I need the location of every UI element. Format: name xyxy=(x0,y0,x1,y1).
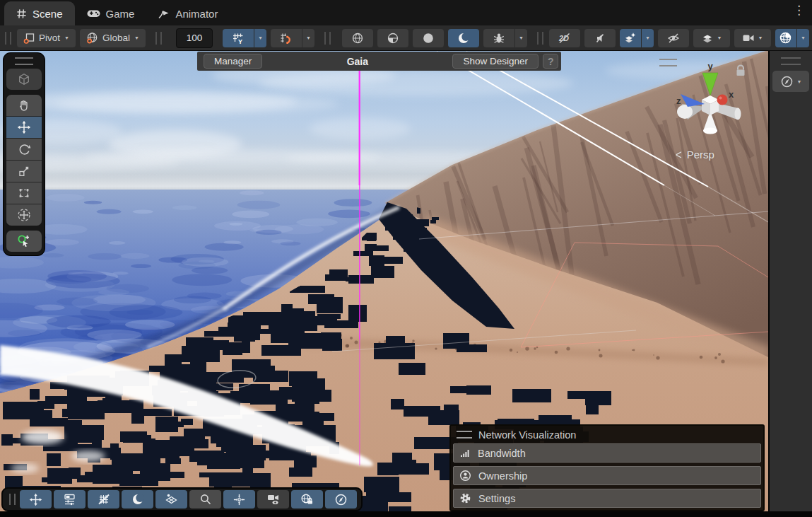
grid-visibility-button[interactable]: Y xyxy=(223,29,254,47)
gizmos-dropdown[interactable]: ▼ xyxy=(797,29,809,47)
bt-move-button[interactable] xyxy=(20,490,52,509)
y-axis-cone[interactable] xyxy=(702,73,718,95)
rect-tool-button[interactable] xyxy=(6,182,42,204)
toolbar-drag-handle[interactable] xyxy=(5,32,11,45)
chevron-down-icon: ▼ xyxy=(306,35,311,40)
grid-slash-icon xyxy=(98,493,110,506)
help-button[interactable]: ? xyxy=(543,54,558,69)
chevron-down-icon: ▼ xyxy=(645,35,650,40)
axis-cone-cap xyxy=(677,105,693,119)
gizmo-sphere-icon xyxy=(779,31,792,45)
bt-panel-button[interactable] xyxy=(54,490,86,509)
rotate-icon xyxy=(18,143,31,156)
effects-button[interactable] xyxy=(620,29,641,47)
grid-visibility-dropdown[interactable]: ▼ xyxy=(254,29,266,47)
ownership-button[interactable]: Ownership xyxy=(453,466,761,485)
bottom-border xyxy=(0,511,812,517)
hand-tool-button[interactable] xyxy=(6,95,42,116)
chevron-down-icon: ▼ xyxy=(758,35,763,40)
pivot-button[interactable]: Pivot ▼ xyxy=(17,29,76,47)
hidden-objects-button[interactable] xyxy=(658,29,689,47)
bt-frame-center-button[interactable] xyxy=(223,490,255,509)
globe-lock-icon xyxy=(300,493,314,506)
center-crosshair-icon xyxy=(233,493,246,506)
bt-terrain-grid-button[interactable] xyxy=(155,490,187,509)
2d-mode-button[interactable]: 2D xyxy=(549,29,580,47)
gaia-toolbar: Manager Gaia Show Designer ? xyxy=(197,52,561,71)
grid-snap-button[interactable] xyxy=(271,29,302,47)
show-designer-button[interactable]: Show Designer xyxy=(452,54,539,69)
axis-cone-cap xyxy=(735,108,741,120)
right-strip-handle[interactable] xyxy=(781,57,801,65)
scale-tool-button[interactable] xyxy=(6,161,42,182)
axis-cone-cap xyxy=(703,128,717,134)
view-tool-button[interactable] xyxy=(6,69,42,90)
scene-bottom-toolbar xyxy=(1,487,363,511)
tools-overlay-handle[interactable] xyxy=(15,57,33,65)
bt-search-button[interactable] xyxy=(189,490,221,509)
toolbar-drag-handle[interactable] xyxy=(155,32,162,45)
gaia-manager-button[interactable]: Manager xyxy=(204,54,262,69)
camera-icon xyxy=(742,33,755,43)
bt-grid-toggle-button[interactable] xyxy=(88,490,119,509)
tab-game-label: Game xyxy=(106,8,135,20)
bottom-toolbar-handle[interactable] xyxy=(9,494,16,505)
moon-icon xyxy=(457,32,470,45)
tab-scene-label: Scene xyxy=(33,8,63,20)
grid-snap-dropdown[interactable]: ▼ xyxy=(302,29,314,47)
eye-slash-icon xyxy=(666,32,681,45)
transform-tool-button[interactable] xyxy=(6,204,42,226)
effects-group: ▼ xyxy=(620,29,654,47)
bandwidth-button[interactable]: Bandwidth xyxy=(453,443,761,463)
tab-game[interactable]: Game xyxy=(75,1,147,25)
custom-editor-tool-button[interactable] xyxy=(6,231,42,252)
2d-mode-off-icon: 2D xyxy=(558,32,572,45)
settings-button[interactable]: Settings xyxy=(453,489,761,508)
bt-world-lock-button[interactable] xyxy=(291,490,323,509)
compass-overlay-button[interactable]: ▼ xyxy=(772,71,809,92)
tab-scene[interactable]: Scene xyxy=(4,1,75,25)
half-shaded-sphere-icon xyxy=(387,32,399,45)
move-tool-button[interactable] xyxy=(6,117,42,138)
persp-arrow-icon: < xyxy=(676,147,682,162)
shading-shaded-button[interactable] xyxy=(413,29,444,47)
available-tool-icon xyxy=(17,234,31,248)
tools-overlay xyxy=(4,53,45,255)
network-panel-handle[interactable] xyxy=(457,431,472,438)
bt-lighting-button[interactable] xyxy=(122,490,153,509)
pivot-label: Pivot xyxy=(39,33,60,43)
toolbar-drag-handle[interactable] xyxy=(324,32,331,45)
gizmos-button[interactable] xyxy=(775,29,796,47)
more-menu-icon[interactable]: ⋮ xyxy=(793,4,805,16)
globe-icon xyxy=(86,32,98,44)
audio-mute-button[interactable] xyxy=(584,29,616,47)
bt-compass-button[interactable] xyxy=(325,490,357,509)
x-axis-sphere[interactable] xyxy=(717,95,728,105)
chevron-down-icon: ▼ xyxy=(801,35,806,40)
projection-label[interactable]: < Persp xyxy=(676,149,714,161)
debug-draw-button[interactable] xyxy=(483,29,514,47)
tab-animator-label: Animator xyxy=(175,8,218,20)
debug-draw-group: ▼ xyxy=(483,29,527,47)
lighting-toggle-button[interactable] xyxy=(448,29,479,47)
signal-bars-icon xyxy=(459,448,471,459)
chevron-down-icon: ▼ xyxy=(519,35,524,40)
grid-size-input[interactable] xyxy=(176,28,213,48)
gizmos-group: ▼ xyxy=(775,29,809,47)
camera-settings-button[interactable]: ▼ xyxy=(734,29,771,47)
settings-label: Settings xyxy=(478,493,515,504)
global-button[interactable]: Global ▼ xyxy=(80,29,146,47)
rotate-tool-button[interactable] xyxy=(6,139,42,160)
effects-dropdown[interactable]: ▼ xyxy=(642,29,654,47)
tab-animator[interactable]: Animator xyxy=(146,1,230,25)
orientation-gizmo[interactable]: y x z xyxy=(668,60,749,141)
layers-button[interactable]: ▼ xyxy=(693,29,730,47)
bt-scene-camera-button[interactable] xyxy=(257,490,289,509)
scene-viewport[interactable]: Manager Gaia Show Designer ? xyxy=(0,51,768,511)
person-icon xyxy=(459,470,471,482)
diamond-dot-icon xyxy=(165,493,178,506)
toolbar-drag-handle[interactable] xyxy=(537,32,543,45)
shading-shaded-wire-button[interactable] xyxy=(377,29,408,47)
shading-wireframe-button[interactable] xyxy=(342,29,373,47)
debug-draw-dropdown[interactable]: ▼ xyxy=(515,29,527,47)
